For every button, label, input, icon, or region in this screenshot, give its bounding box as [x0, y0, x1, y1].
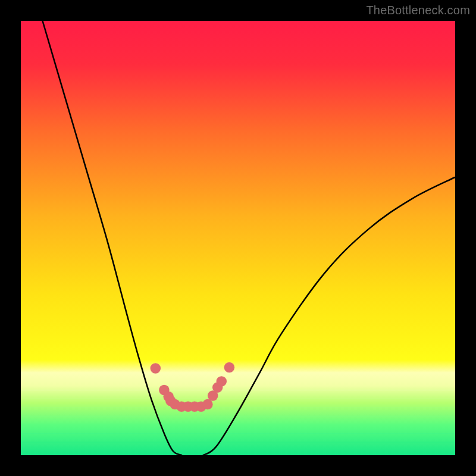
watermark-text: TheBottleneck.com [366, 4, 470, 17]
marker-dot [151, 363, 161, 374]
marker-dot [217, 376, 227, 387]
marker-dot [202, 399, 213, 410]
chart-svg [21, 21, 455, 455]
chart-area [21, 21, 455, 455]
marker-dot [224, 362, 235, 373]
